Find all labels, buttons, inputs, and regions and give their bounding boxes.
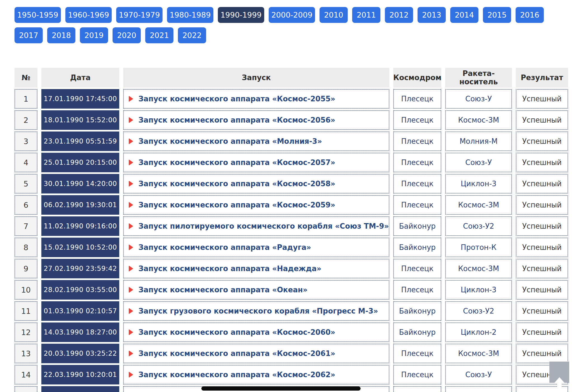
table-row: 323.01.1990 05:51:59Запуск космического …	[15, 132, 568, 151]
header-number: №	[15, 68, 37, 87]
cosmodrome-cell: Плесецк	[393, 110, 441, 130]
launch-cell: Запуск космического аппарата «Радуга»	[123, 238, 389, 257]
row-number-cell: 8	[15, 238, 37, 257]
result-cell: Успешный	[516, 174, 568, 193]
launch-link[interactable]: Запуск космического аппарата «Океан»	[138, 286, 308, 294]
year-filter-button-2012[interactable]: 2012	[385, 7, 413, 23]
launch-cell: Запуск грузового космического корабля «П…	[123, 301, 389, 321]
table-row: 815.02.1990 10:52:00Запуск космического …	[15, 238, 568, 257]
rocket-cell: Космос-3М	[445, 195, 512, 215]
row-number-cell: 4	[15, 153, 37, 172]
rocket-cell: Космос-3М	[445, 259, 512, 278]
row-number-cell: 2	[15, 110, 37, 130]
launch-cell: Запуск космического аппарата «Космос-205…	[123, 110, 389, 130]
header-result: Результат	[516, 68, 568, 87]
table-row: 1101.03.1990 02:10:57Запуск грузового ко…	[15, 301, 568, 321]
launch-link[interactable]: Запуск пилотируемого космического корабл…	[138, 222, 389, 230]
rocket-cell: Союз-У2	[445, 216, 512, 236]
result-cell: Успешный	[516, 238, 568, 257]
result-cell: Успешный	[516, 89, 568, 109]
year-filter-button-2020[interactable]: 2020	[113, 27, 141, 43]
cosmodrome-cell: Байконур	[393, 322, 441, 342]
cosmodrome-cell: Байконур	[393, 238, 441, 257]
rocket-cell: Циклон-3	[445, 174, 512, 193]
rocket-cell: Протон-К	[445, 238, 512, 257]
red-triangle-icon	[129, 244, 133, 250]
row-number-cell: 5	[15, 174, 37, 193]
year-filter-button-2016[interactable]: 2016	[516, 7, 544, 23]
year-filter-button-2019[interactable]: 2019	[80, 27, 108, 43]
rocket-cell: Космос-3М	[445, 110, 512, 130]
row-number-cell: 7	[15, 216, 37, 236]
launch-link[interactable]: Запуск космического аппарата «Надежда»	[138, 264, 321, 273]
cosmodrome-cell: Плесецк	[393, 89, 441, 109]
launch-link[interactable]: Запуск космического аппарата «Радуга»	[138, 243, 311, 252]
cosmodrome-cell: Плесецк	[393, 344, 441, 363]
launch-cell: Запуск космического аппарата «Космос-206…	[123, 365, 389, 384]
year-filter-button-1990-1999[interactable]: 1990-1999	[218, 7, 264, 23]
date-cell: 25.01.1990 20:15:00	[41, 153, 120, 172]
launch-link[interactable]: Запуск космического аппарата «Космос-205…	[138, 116, 335, 124]
red-triangle-icon	[129, 117, 133, 123]
result-cell: Успешный	[516, 132, 568, 151]
year-filter-button-1960-1969[interactable]: 1960-1969	[65, 7, 112, 23]
rocket-cell: Циклон-3	[445, 280, 512, 300]
row-number-cell: 10	[15, 280, 37, 300]
result-cell: Успешный	[516, 259, 568, 278]
launch-cell: Запуск космического аппарата «Космос-205…	[123, 174, 389, 193]
header-launch: Запуск	[123, 68, 389, 87]
year-filter-button-1970-1979[interactable]: 1970-1979	[116, 7, 163, 23]
scroll-to-top-button[interactable]	[549, 362, 569, 383]
red-triangle-icon	[129, 223, 133, 229]
launch-link[interactable]: Запуск грузового космического корабля «П…	[138, 307, 378, 315]
launch-link[interactable]: Запуск космического аппарата «Космос-206…	[138, 328, 335, 336]
red-triangle-icon	[129, 96, 133, 102]
cosmodrome-cell: Плесецк	[393, 174, 441, 193]
launch-cell: Запуск космического аппарата «Надежда»	[123, 259, 389, 278]
launch-link[interactable]: Запуск космического аппарата «Космос-206…	[138, 371, 335, 379]
launch-link[interactable]: Запуск космического аппарата «Космос-205…	[138, 180, 335, 188]
year-filter-button-2011[interactable]: 2011	[352, 7, 380, 23]
rocket-cell: Космос-3М	[445, 344, 512, 363]
table-row: 1422.03.1990 10:20:01Запуск космического…	[15, 365, 568, 384]
year-filter-button-2017[interactable]: 2017	[15, 27, 43, 43]
year-filter-button-2018[interactable]: 2018	[47, 27, 75, 43]
row-number-cell: 3	[15, 132, 37, 151]
row-number-cell: 13	[15, 344, 37, 363]
date-cell: 14.03.1990 18:27:00	[41, 322, 120, 342]
cosmodrome-cell: Плесецк	[393, 153, 441, 172]
year-filter-button-2014[interactable]: 2014	[450, 7, 478, 23]
result-cell: Успешный	[516, 216, 568, 236]
date-cell: 17.01.1990 17:45:00	[41, 89, 120, 109]
date-cell: 18.01.1990 15:52:00	[41, 110, 120, 130]
header-cosmodrome: Космодром	[393, 68, 441, 87]
red-triangle-icon	[129, 181, 133, 187]
cosmodrome-cell: Плесецк	[393, 195, 441, 215]
launch-link[interactable]: Запуск космического аппарата «Молния-3»	[138, 137, 322, 145]
filter-row-2: 201720182019202020212022	[15, 27, 554, 43]
date-cell: 28.02.1990 03:55:00	[41, 280, 120, 300]
launches-table: № Дата Запуск Космодром Ракета-носитель …	[11, 66, 572, 392]
red-triangle-icon	[129, 308, 133, 314]
red-triangle-icon	[129, 266, 133, 272]
launch-link[interactable]: Запуск космического аппарата «Космос-205…	[138, 95, 335, 103]
rocket-cell: Союз-У	[445, 365, 512, 384]
year-filter-button-2015[interactable]: 2015	[483, 7, 511, 23]
launch-link[interactable]: Запуск космического аппарата «Космос-206…	[138, 349, 335, 358]
launch-cell: Запуск пилотируемого космического корабл…	[123, 216, 389, 236]
year-filter-button-1980-1989[interactable]: 1980-1989	[167, 7, 213, 23]
launch-link[interactable]: Запуск космического аппарата «Космос-205…	[138, 158, 335, 167]
red-triangle-icon	[129, 329, 133, 335]
year-filter-button-2021[interactable]: 2021	[145, 27, 173, 43]
launch-link[interactable]: Запуск космического аппарата «Космос-205…	[138, 201, 335, 209]
table-row: 1214.03.1990 18:27:00Запуск космического…	[15, 322, 568, 342]
row-number-cell: 12	[15, 322, 37, 342]
rocket-cell: Союз-У	[445, 153, 512, 172]
year-filter-button-1950-1959[interactable]: 1950-1959	[15, 7, 61, 23]
year-filter-button-2000-2009[interactable]: 2000-2009	[269, 7, 315, 23]
year-filter-button-2022[interactable]: 2022	[178, 27, 206, 43]
table-row: 711.02.1990 09:16:00Запуск пилотируемого…	[15, 216, 568, 236]
year-filter-button-2010[interactable]: 2010	[320, 7, 348, 23]
row-number-cell: 9	[15, 259, 37, 278]
year-filter-button-2013[interactable]: 2013	[418, 7, 446, 23]
